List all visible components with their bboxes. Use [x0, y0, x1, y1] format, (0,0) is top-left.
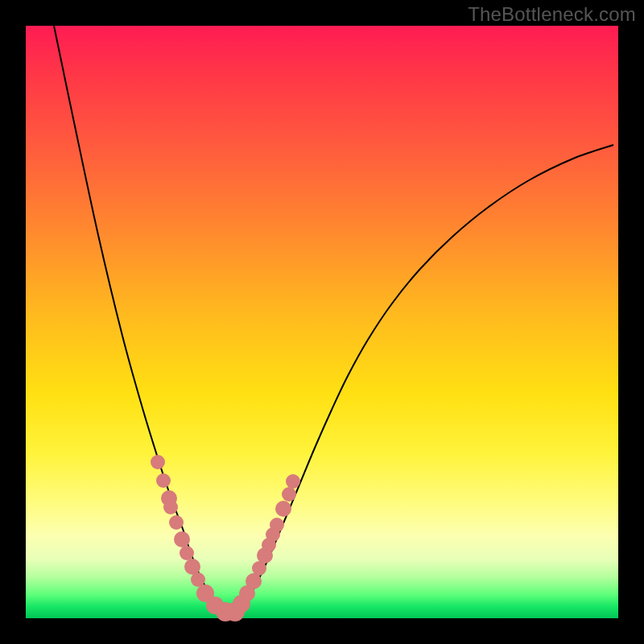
outer-frame: TheBottleneck.com [0, 0, 644, 644]
marker-dot [169, 515, 184, 530]
bottleneck-curve [54, 26, 613, 613]
marker-dot [270, 518, 284, 532]
marker-dot [191, 572, 205, 587]
marker-dot [174, 531, 190, 547]
marker-dot [286, 474, 300, 489]
watermark-text: TheBottleneck.com [468, 3, 636, 26]
chart-svg [26, 26, 618, 618]
marker-dot [163, 500, 178, 514]
marker-dot [282, 487, 296, 502]
marker-group [151, 455, 300, 621]
marker-dot [275, 501, 291, 517]
marker-dot [156, 473, 171, 488]
plot-area [26, 26, 618, 618]
marker-dot [180, 546, 194, 560]
marker-dot [151, 455, 165, 469]
